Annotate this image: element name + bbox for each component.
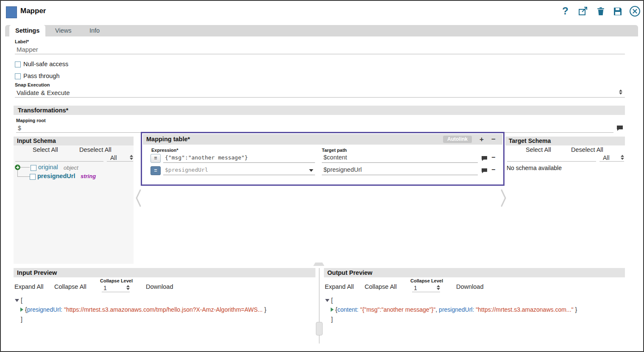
expression-column-header: Expression*	[151, 148, 178, 153]
mapping-row: = −	[142, 166, 501, 177]
equals-mode-button-selected[interactable]: =	[151, 166, 161, 175]
input-schema-panel: Input Schema Select All Deselect All All…	[14, 137, 134, 264]
expression-input[interactable]	[163, 167, 315, 173]
row-comment-icon[interactable]	[481, 168, 488, 175]
tree-node-original-checkbox[interactable]	[31, 165, 36, 171]
expand-triangle-icon[interactable]	[331, 307, 334, 312]
tree-expand-icon[interactable]	[15, 165, 20, 170]
remove-row-button[interactable]: −	[491, 134, 496, 145]
target-path-field	[322, 166, 478, 175]
label-input[interactable]	[15, 45, 625, 54]
output-preview-level-stepper-icon[interactable]	[437, 285, 440, 290]
snap-execution-select[interactable]: Validate & Execute	[15, 88, 625, 98]
row-delete-button[interactable]: −	[491, 154, 495, 161]
target-schema-filter-input[interactable]	[507, 154, 596, 162]
target-schema-all-stepper-icon[interactable]	[621, 155, 624, 160]
label-field-label: Label*	[15, 39, 29, 44]
collapse-triangle-icon[interactable]	[325, 299, 329, 302]
target-schema-deselect-all[interactable]: Deselect All	[571, 146, 603, 153]
open-in-new-icon[interactable]	[578, 6, 588, 18]
expression-input[interactable]	[163, 154, 315, 161]
snap-execution-stepper-icon[interactable]	[619, 89, 622, 95]
input-schema-select-all[interactable]: Select All	[33, 146, 58, 153]
snap-execution-label: Snap Execution	[15, 82, 50, 87]
expression-field	[163, 166, 315, 175]
output-preview-panel: Output Preview Expand All Collapse All C…	[324, 268, 625, 344]
input-schema-filter-input[interactable]	[15, 154, 103, 162]
tab-settings[interactable]: Settings	[9, 25, 45, 36]
target-schema-all-select[interactable]: All	[599, 154, 624, 162]
target-schema-panel: Target Schema Select All Deselect All Al…	[505, 137, 625, 264]
input-preview-collapse-all[interactable]: Collapse All	[54, 283, 86, 290]
target-path-input[interactable]	[322, 166, 478, 173]
tree-node-original[interactable]: original	[38, 164, 58, 170]
target-path-input[interactable]	[322, 154, 478, 161]
output-preview-title: Output Preview	[324, 268, 625, 277]
mapping-root-label: Mapping root	[16, 118, 46, 123]
mapping-table-header: Mapping table* Autolink + −	[143, 134, 502, 145]
input-preview-collapse-level-label: Collapse Level	[100, 278, 133, 283]
input-preview-level-stepper-icon[interactable]	[126, 285, 130, 290]
output-preview-collapse-all[interactable]: Collapse All	[365, 283, 397, 290]
output-preview-expand-all[interactable]: Expand All	[325, 283, 354, 290]
mapping-root-input[interactable]	[16, 124, 613, 133]
save-icon[interactable]	[613, 6, 623, 18]
input-schema-all-stepper-icon[interactable]	[130, 155, 133, 160]
equals-mode-button[interactable]: =	[151, 154, 161, 163]
splitter-handle[interactable]	[316, 322, 323, 335]
collapse-triangle-icon[interactable]	[15, 299, 19, 302]
snap-logo-icon	[6, 6, 17, 18]
target-schema-title: Target Schema	[505, 137, 625, 145]
help-icon[interactable]: ?	[562, 5, 569, 17]
tab-views[interactable]: Views	[49, 25, 77, 36]
transformations-section-header: Transformations*	[14, 106, 625, 115]
null-safe-checkbox[interactable]	[15, 61, 21, 67]
input-schema-all-value: All	[110, 154, 117, 161]
input-preview-download[interactable]: Download	[146, 283, 173, 290]
tab-bar: Settings Views Info	[5, 25, 638, 36]
json-row: { presignedUrl: "https://mrtest.s3.amazo…	[20, 306, 266, 313]
splitter-handle[interactable]	[313, 263, 324, 266]
snap-execution-value: Validate & Execute	[17, 89, 70, 96]
mapper-dialog: Mapper ? Settings Views Info Label*	[0, 0, 644, 352]
pass-through-label: Pass through	[23, 73, 59, 79]
dialog-title: Mapper	[20, 7, 46, 15]
autolink-button[interactable]: Autolink	[443, 136, 472, 143]
input-preview-collapse-level-input[interactable]	[102, 285, 119, 291]
tree-node-presignedurl-checkbox[interactable]	[30, 174, 36, 180]
delete-icon[interactable]	[596, 6, 606, 18]
output-preview-collapse-level-label: Collapse Level	[410, 278, 443, 283]
tree-connector	[17, 170, 30, 177]
tab-info[interactable]: Info	[84, 25, 106, 36]
null-safe-label: Null-safe access	[23, 61, 68, 67]
input-schema-title: Input Schema	[14, 137, 134, 145]
input-preview-panel: Input Preview Expand All Collapse All Co…	[14, 268, 315, 344]
target-path-column-header: Target path	[322, 148, 347, 153]
row-comment-icon[interactable]	[481, 155, 488, 163]
input-preview-expand-all[interactable]: Expand All	[14, 283, 44, 290]
json-array-close: ]	[325, 316, 333, 323]
no-schema-message: No schema available	[507, 165, 562, 171]
input-schema-all-select[interactable]: All	[107, 154, 133, 162]
pass-through-checkbox[interactable]	[15, 73, 21, 79]
expression-field	[163, 154, 315, 163]
tree-connector	[20, 167, 30, 168]
output-preview-collapse-level-input[interactable]	[412, 285, 429, 291]
tree-node-presignedurl[interactable]: presignedUrl	[37, 173, 75, 179]
scroll-left-chevron-icon[interactable]	[135, 188, 142, 210]
add-row-button[interactable]: +	[480, 134, 484, 145]
expand-triangle-icon[interactable]	[20, 307, 23, 312]
input-preview-title: Input Preview	[14, 268, 315, 277]
mapping-table-highlight: Mapping table* Autolink + − Expression* …	[141, 132, 505, 186]
mapping-root-comment-icon[interactable]	[616, 125, 623, 133]
input-preview-collapse-level-field	[102, 284, 130, 292]
target-schema-all-value: All	[603, 154, 610, 161]
mapping-table-title: Mapping table*	[143, 136, 190, 142]
target-schema-select-all[interactable]: Select All	[526, 146, 551, 153]
close-icon[interactable]	[629, 6, 641, 19]
output-preview-download[interactable]: Download	[456, 283, 484, 290]
input-schema-deselect-all[interactable]: Deselect All	[79, 146, 112, 153]
row-delete-button[interactable]: −	[491, 166, 495, 173]
expression-dropdown-icon[interactable]	[309, 169, 313, 172]
json-array-open: [	[325, 297, 333, 304]
